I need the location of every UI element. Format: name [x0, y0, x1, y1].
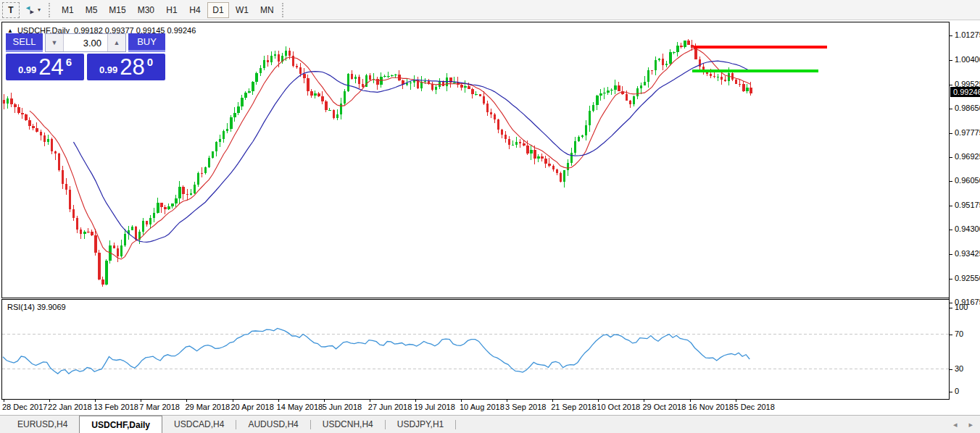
- price-axis-tick: [950, 254, 952, 255]
- date-axis-tick: [141, 400, 141, 402]
- timeframe-button-M5[interactable]: M5: [80, 2, 103, 18]
- buy-button[interactable]: BUY: [128, 33, 165, 52]
- date-axis-label: 27 Jun 2018: [368, 403, 412, 411]
- price-axis-label: 0.94300: [955, 224, 980, 234]
- timeframe-button-H1[interactable]: H1: [161, 2, 183, 18]
- price-axis-label: 0.95175: [955, 201, 980, 210]
- volume-input[interactable]: 3.00: [64, 34, 107, 51]
- date-axis-tick: [507, 400, 507, 402]
- date-axis-label: 13 Feb 2018: [94, 403, 138, 411]
- timeframe-button-M30[interactable]: M30: [133, 2, 159, 18]
- price-axis-tick: [950, 109, 952, 109]
- rsi-axis-label: 30: [955, 364, 963, 374]
- timeframe-button-M1[interactable]: M1: [57, 2, 79, 18]
- timeframe-group: M1M5M15M30H1H4D1W1MN: [57, 2, 279, 18]
- volume-increase-button[interactable]: ▲: [107, 34, 125, 51]
- price-axis-tick: [950, 133, 952, 134]
- buy-price-pip: 0: [147, 56, 153, 68]
- ma-slow-line: [73, 61, 750, 242]
- date-axis-tick: [415, 400, 416, 402]
- date-axis-label: 14 May 2018: [277, 403, 323, 411]
- date-axis-tick: [49, 400, 50, 402]
- date-axis-tick: [598, 400, 599, 402]
- price-axis-tick: [950, 181, 952, 182]
- date-axis-tick: [644, 400, 644, 402]
- timeframe-button-M15[interactable]: M15: [104, 2, 130, 18]
- price-axis-label: 1.00400: [955, 55, 980, 64]
- date-axis-label: 29 Mar 2018: [185, 403, 230, 411]
- timeframe-button-D1[interactable]: D1: [207, 2, 229, 18]
- price-axis-tick: [950, 303, 952, 303]
- date-axis-label: 16 Nov 2018: [689, 403, 734, 411]
- date-axis-tick: [461, 400, 462, 402]
- date-axis-tick: [552, 400, 553, 402]
- rsi-plot[interactable]: [1, 299, 949, 400]
- sell-price-button[interactable]: 0.99 24 6: [6, 54, 84, 80]
- chart-tab-USDCHF-Daily[interactable]: USDCHF,Daily: [79, 416, 162, 433]
- price-axis-tick: [950, 230, 952, 230]
- date-axis-tick: [736, 400, 736, 402]
- rsi-axis-label: 0: [955, 387, 959, 396]
- chart-tab-USDCNH-H4[interactable]: USDCNH,H4: [311, 416, 385, 433]
- date-axis-label: 5 Dec 2018: [734, 403, 775, 411]
- chart-tab-USDCAD-H4[interactable]: USDCAD,H4: [162, 416, 236, 433]
- date-axis-tick: [233, 400, 233, 402]
- sell-price-prefix: 0.99: [18, 64, 36, 75]
- date-axis-label: 10 Oct 2018: [597, 403, 640, 411]
- rsi-indicator-label: RSI(14) 39.9069: [7, 303, 66, 311]
- date-axis-tick: [324, 400, 325, 402]
- tab-scroll-controls: ◂ ▸: [953, 416, 973, 433]
- rsi-axis-label: 70: [955, 329, 963, 339]
- arrows-icon: [25, 5, 36, 15]
- sell-button[interactable]: SELL: [6, 33, 43, 52]
- date-axis-label: 10 Aug 2018: [460, 403, 504, 411]
- tabs-scroll-right-button[interactable]: ▸: [968, 420, 973, 429]
- price-axis-tick: [950, 157, 952, 158]
- rsi-axis-tick: [950, 369, 952, 370]
- price-axis[interactable]: 1.012751.004000.995250.986500.977750.969…: [949, 22, 980, 400]
- price-axis-tick: [950, 35, 952, 36]
- price-axis-label: 0.93425: [955, 249, 980, 258]
- date-axis-label: 3 Sep 2018: [505, 403, 546, 411]
- toolbar-grip[interactable]: [49, 3, 54, 17]
- price-axis-label: 1.01275: [955, 30, 980, 40]
- date-axis-tick: [278, 400, 279, 402]
- date-axis-label: 21 Sep 2018: [551, 403, 596, 411]
- current-price-tag: 0.99246: [950, 87, 980, 97]
- price-axis-label: 0.96925: [955, 152, 980, 161]
- date-axis-tick: [186, 400, 187, 402]
- timeframe-button-MN[interactable]: MN: [255, 2, 279, 18]
- chart-tab-EURUSD-H4[interactable]: EURUSD,H4: [6, 416, 79, 433]
- buy-price-big: 28: [120, 56, 144, 78]
- date-axis-label: 22 Jan 2018: [48, 403, 92, 411]
- support-ray: [692, 70, 818, 72]
- price-axis-label: 0.98650: [955, 104, 980, 113]
- rsi-line: [3, 328, 749, 374]
- date-axis-label: 28 Dec 2017: [2, 403, 47, 411]
- tabs-scroll-left-button[interactable]: ◂: [953, 420, 958, 429]
- text-tool-button[interactable]: T: [2, 2, 20, 18]
- timeframe-button-H4[interactable]: H4: [184, 2, 206, 18]
- price-axis-tick: [950, 85, 952, 85]
- top-toolbar: T ▾ M1M5M15M30H1H4D1W1MN: [0, 0, 980, 20]
- date-axis-tick: [370, 400, 370, 402]
- volume-decrease-button[interactable]: ▼: [46, 34, 64, 51]
- buy-price-button[interactable]: 0.99 28 0: [87, 54, 165, 80]
- arrows-tool-button[interactable]: ▾: [20, 2, 46, 18]
- date-axis-label: 29 Oct 2018: [642, 403, 686, 411]
- date-axis-tick: [95, 400, 96, 402]
- toolbar-grip-end[interactable]: [282, 3, 287, 17]
- sell-price-big: 24: [38, 56, 63, 78]
- price-axis-label: 0.92550: [955, 274, 980, 283]
- buy-price-prefix: 0.99: [99, 64, 117, 75]
- date-axis[interactable]: 28 Dec 201722 Jan 201813 Feb 20187 Mar 2…: [1, 400, 949, 415]
- chart-tab-USDJPY-H1[interactable]: USDJPY,H1: [386, 416, 455, 433]
- trading-terminal: T ▾ M1M5M15M30H1H4D1W1MN ▲ USDCHF,Daily …: [0, 0, 980, 433]
- tab-separator: [455, 420, 456, 429]
- timeframe-button-W1[interactable]: W1: [231, 2, 254, 18]
- rsi-axis-tick: [950, 335, 952, 335]
- date-axis-label: 7 Mar 2018: [139, 403, 180, 411]
- chart-tab-AUDUSD-H4[interactable]: AUDUSD,H4: [236, 416, 310, 433]
- chart-tabbar: EURUSD,H4USDCHF,DailyUSDCAD,H4AUDUSD,H4U…: [0, 415, 980, 433]
- one-click-trading-panel: SELL ▼ 3.00 ▲ BUY 0.99 24 6 0.99 28 0: [6, 33, 165, 80]
